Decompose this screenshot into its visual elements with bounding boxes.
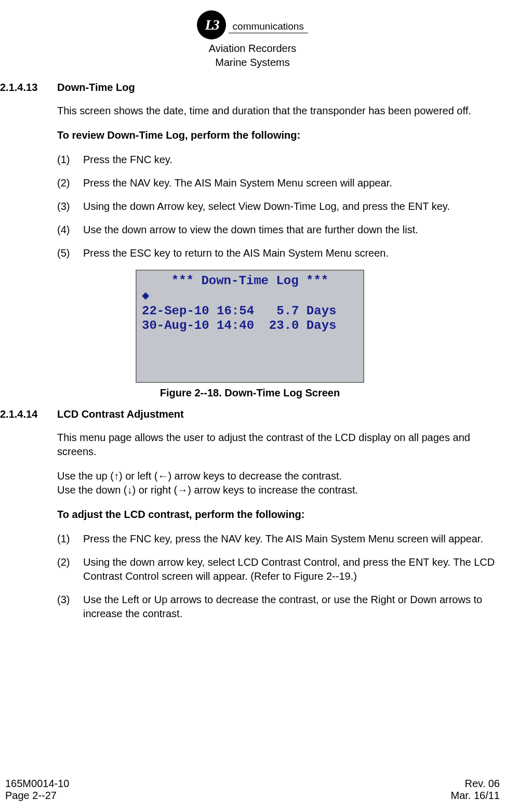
arrow-instruction-1: Use the up (↑) or left (←) arrow keys to…: [57, 469, 500, 483]
footer-left: 165M0014-10 Page 2--27: [5, 778, 69, 802]
date: Mar. 16/11: [450, 790, 500, 802]
page-number: Page 2--27: [5, 790, 69, 802]
figure-block: *** Down-Time Log ***◆ 22-Sep-10 16:54 5…: [0, 270, 500, 399]
doc-number: 165M0014-10: [5, 778, 69, 790]
step-number: (1): [57, 153, 83, 167]
step-list-2: (1)Press the FNC key, press the NAV key.…: [57, 532, 500, 621]
section-heading-2: 2.1.4.14 LCD Contrast Adjustment: [0, 408, 500, 420]
step-item: (1)Press the FNC key, press the NAV key.…: [57, 532, 500, 546]
document-header: L3 communications Aviation Recorders Mar…: [0, 10, 505, 69]
document-content: 2.1.4.13 Down-Time Log This screen shows…: [0, 82, 505, 621]
step-number: (2): [57, 176, 83, 190]
lcd-screenshot: *** Down-Time Log ***◆ 22-Sep-10 16:54 5…: [136, 270, 364, 383]
step-text: Use the down arrow to view the down time…: [83, 223, 500, 237]
step-item: (1)Press the FNC key.: [57, 153, 500, 167]
footer-right: Rev. 06 Mar. 16/11: [450, 778, 500, 802]
intro-paragraph: This screen shows the date, time and dur…: [57, 104, 500, 118]
section-number: 2.1.4.13: [0, 82, 57, 94]
step-text: Press the NAV key. The AIS Main System M…: [83, 176, 500, 190]
lcd-cursor-icon: ◆: [142, 289, 149, 303]
step-number: (3): [57, 593, 83, 621]
step-text: Using the down arrow key, select LCD Con…: [83, 555, 500, 583]
logo-subtext: communications: [229, 21, 308, 33]
step-text: Press the FNC key.: [83, 153, 500, 167]
section-body-1: This screen shows the date, time and dur…: [57, 104, 500, 260]
logo-mark: L3: [205, 17, 218, 33]
l3-logo: L3 communications: [197, 10, 308, 41]
section-number: 2.1.4.14: [0, 408, 57, 420]
step-number: (5): [57, 246, 83, 260]
section-body-2: This menu page allows the user to adjust…: [57, 431, 500, 621]
instruction-heading: To adjust the LCD contrast, perform the …: [57, 508, 500, 522]
header-line-1: Aviation Recorders: [0, 43, 505, 55]
step-number: (2): [57, 555, 83, 583]
section-heading-1: 2.1.4.13 Down-Time Log: [0, 82, 500, 94]
lcd-title: *** Down-Time Log ***: [142, 274, 358, 289]
step-number: (3): [57, 199, 83, 214]
logo-icon: L3: [197, 10, 226, 39]
section-title: Down-Time Log: [57, 82, 135, 94]
step-item: (4)Use the down arrow to view the down t…: [57, 223, 500, 237]
step-number: (1): [57, 532, 83, 546]
step-number: (4): [57, 223, 83, 237]
step-item: (3)Use the Left or Up arrows to decrease…: [57, 593, 500, 621]
lcd-row: 22-Sep-10 16:54 5.7 Days: [142, 304, 336, 318]
step-item: (2)Press the NAV key. The AIS Main Syste…: [57, 176, 500, 190]
step-item: (3)Using the down Arrow key, select View…: [57, 199, 500, 214]
step-list-1: (1)Press the FNC key. (2)Press the NAV k…: [57, 153, 500, 260]
step-text: Press the ESC key to return to the AIS M…: [83, 246, 500, 260]
figure-caption: Figure 2--18. Down-Time Log Screen: [0, 387, 500, 399]
header-line-2: Marine Systems: [0, 57, 505, 69]
step-text: Use the Left or Up arrows to decrease th…: [83, 593, 500, 621]
instruction-heading: To review Down-Time Log, perform the fol…: [57, 128, 500, 142]
step-text: Using the down Arrow key, select View Do…: [83, 199, 500, 214]
revision: Rev. 06: [450, 778, 500, 790]
arrow-instruction-2: Use the down (↓) or right (→) arrow keys…: [57, 483, 500, 497]
lcd-row: 30-Aug-10 14:40 23.0 Days: [142, 318, 336, 332]
step-item: (5)Press the ESC key to return to the AI…: [57, 246, 500, 260]
step-text: Press the FNC key, press the NAV key. Th…: [83, 532, 500, 546]
document-footer: 165M0014-10 Page 2--27 Rev. 06 Mar. 16/1…: [0, 778, 505, 802]
intro-paragraph: This menu page allows the user to adjust…: [57, 431, 500, 459]
section-title: LCD Contrast Adjustment: [57, 408, 184, 420]
step-item: (2)Using the down arrow key, select LCD …: [57, 555, 500, 583]
